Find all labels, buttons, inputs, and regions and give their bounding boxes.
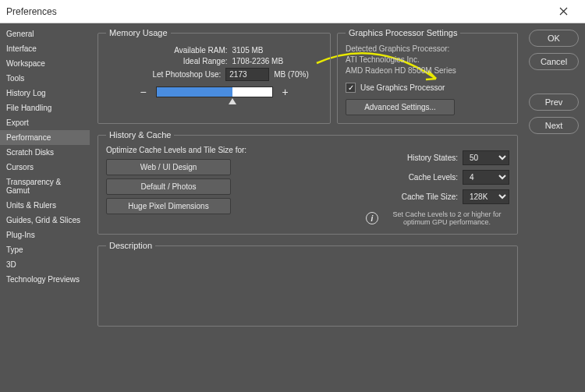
info-icon: i <box>366 212 378 224</box>
cache-hint: Set Cache Levels to 2 or higher for opti… <box>385 210 509 226</box>
ideal-range-label: Ideal Range: <box>126 57 228 65</box>
advanced-settings-button[interactable]: Advanced Settings... <box>346 99 455 115</box>
default-photos-button[interactable]: Default / Photos <box>106 178 231 195</box>
available-ram-value: 3105 MB <box>232 46 303 55</box>
memory-legend: Memory Usage <box>106 28 171 37</box>
sidebar-item-guides-grid-slices[interactable]: Guides, Grid & Slices <box>0 213 90 228</box>
cache-levels-select[interactable]: 4 <box>463 170 509 185</box>
sidebar-item-transparency-gamut[interactable]: Transparency & Gamut <box>0 175 90 198</box>
sidebar-item-scratch-disks[interactable]: Scratch Disks <box>0 145 90 160</box>
sidebar-item-units-rulers[interactable]: Units & Rulers <box>0 198 90 213</box>
use-gpu-checkbox[interactable]: ✓ <box>346 83 356 93</box>
history-cache-group: History & Cache Optimize Cache Levels an… <box>98 130 518 235</box>
sidebar-item-plug-ins[interactable]: Plug-Ins <box>0 228 90 242</box>
memory-usage-group: Memory Usage Available RAM: 3105 MB Idea… <box>98 28 331 124</box>
memory-input[interactable] <box>225 68 269 81</box>
gpu-model: AMD Radeon HD 8500M Series <box>346 65 509 76</box>
sidebar-item-3d[interactable]: 3D <box>0 257 90 272</box>
sidebar-item-performance[interactable]: Performance <box>0 130 90 145</box>
cache-tile-size-label: Cache Tile Size: <box>372 192 458 201</box>
cache-tile-size-select[interactable]: 128K <box>463 189 509 204</box>
gpu-vendor: ATI Technologies Inc. <box>346 55 509 65</box>
huge-pixel-button[interactable]: Huge Pixel Dimensions <box>106 198 231 214</box>
history-states-select[interactable]: 50 <box>463 150 509 165</box>
close-button[interactable] <box>548 1 579 23</box>
description-group: Description <box>98 241 518 327</box>
cancel-button[interactable]: Cancel <box>529 53 579 70</box>
slider-plus[interactable]: + <box>281 86 290 98</box>
optimize-label: Optimize Cache Levels and Tile Size for: <box>106 146 254 154</box>
history-states-label: History States: <box>372 154 458 162</box>
use-gpu-label: Use Graphics Processor <box>360 83 445 92</box>
sidebar-item-interface[interactable]: Interface <box>0 41 90 56</box>
web-ui-design-button[interactable]: Web / UI Design <box>106 159 231 175</box>
sidebar-item-file-handling[interactable]: File Handling <box>0 101 90 115</box>
window-title: Preferences <box>6 6 548 17</box>
sidebar-item-export[interactable]: Export <box>0 115 90 130</box>
memory-suffix: MB (70%) <box>274 70 308 79</box>
history-legend: History & Cache <box>106 130 174 139</box>
slider-minus[interactable]: − <box>139 86 148 98</box>
ideal-range-value: 1708-2236 MB <box>232 57 303 65</box>
gpu-group: Graphics Processor Settings Detected Gra… <box>337 28 518 124</box>
detected-gpu-label: Detected Graphics Processor: <box>346 44 509 55</box>
sidebar-item-cursors[interactable]: Cursors <box>0 160 90 175</box>
gpu-legend: Graphics Processor Settings <box>346 28 460 37</box>
sidebar-item-general[interactable]: General <box>0 26 90 41</box>
sidebar-item-history-log[interactable]: History Log <box>0 86 90 101</box>
cache-levels-label: Cache Levels: <box>372 173 458 182</box>
sidebar-item-type[interactable]: Type <box>0 242 90 257</box>
next-button[interactable]: Next <box>529 117 579 134</box>
let-photoshop-use-label: Let Photoshop Use: <box>119 70 221 79</box>
ok-button[interactable]: OK <box>529 30 579 47</box>
sidebar-item-tools[interactable]: Tools <box>0 71 90 86</box>
memory-slider[interactable] <box>156 87 273 97</box>
sidebar-item-workspace[interactable]: Workspace <box>0 56 90 71</box>
prev-button[interactable]: Prev <box>529 94 579 111</box>
sidebar: GeneralInterfaceWorkspaceToolsHistory Lo… <box>0 23 90 392</box>
description-legend: Description <box>106 241 155 250</box>
sidebar-item-technology-previews[interactable]: Technology Previews <box>0 272 90 287</box>
available-ram-label: Available RAM: <box>126 46 228 55</box>
